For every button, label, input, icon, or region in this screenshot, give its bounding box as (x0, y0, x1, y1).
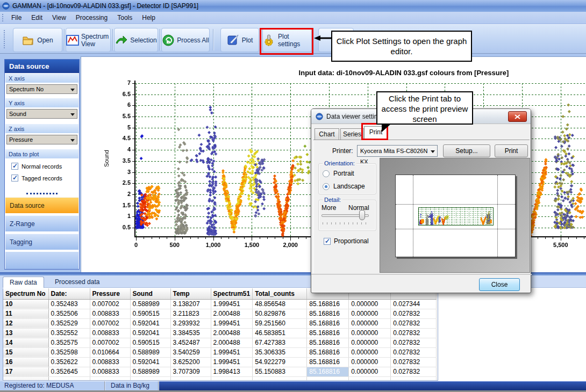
proportional-checkbox[interactable]: Proportional (324, 237, 369, 245)
table-cell[interactable]: 85.168816 (307, 299, 349, 309)
column-header-spectrum51[interactable]: Spectrum51 (211, 288, 253, 299)
table-cell[interactable]: 1.999451 (211, 347, 253, 357)
table-cell[interactable]: 0.000000 (349, 367, 391, 376)
table-cell[interactable]: 0.588989 (130, 347, 170, 357)
row-header-cell[interactable]: 17 (3, 367, 48, 376)
table-cell[interactable]: 0.027832 (391, 367, 437, 376)
printer-select[interactable]: Kyocera Mita FS-C8026N KX (357, 145, 438, 157)
table-cell[interactable]: 2.000488 (211, 328, 253, 338)
table-cell[interactable]: 1.999451 (211, 318, 253, 328)
table-cell[interactable]: 0.352529 (48, 318, 90, 328)
tab-raw-data[interactable]: Raw data (3, 277, 44, 288)
column-header-date-[interactable]: Date: (48, 288, 90, 299)
menu-view[interactable]: View (47, 12, 71, 23)
spectrum-view-button[interactable]: Spectrum View (66, 28, 111, 52)
table-cell[interactable] (170, 376, 211, 381)
table-cell[interactable]: 0.592041 (130, 357, 170, 367)
sidebar-item-z-range[interactable]: Z-Range (5, 215, 78, 231)
column-header-sound[interactable]: Sound (130, 288, 170, 299)
table-cell[interactable]: 0.588989 (130, 367, 170, 376)
table-cell[interactable]: 0.027344 (391, 299, 437, 309)
column-header-pressure[interactable]: Pressure (90, 288, 130, 299)
portrait-radio[interactable]: Portrait (323, 170, 354, 177)
table-cell[interactable]: 0.592041 (130, 328, 170, 338)
menu-help[interactable]: Help (137, 12, 160, 23)
splitter-handle[interactable] (26, 193, 58, 194)
table-cell[interactable]: 48.856548 (253, 299, 307, 309)
setup-button[interactable]: Setup... (443, 144, 490, 157)
menu-tools[interactable]: Tools (112, 12, 137, 23)
table-cell[interactable]: 35.306335 (253, 347, 307, 357)
detail-slider-thumb[interactable] (359, 210, 365, 220)
row-header-cell[interactable]: 10 (3, 299, 48, 309)
table-cell[interactable]: 0.027832 (391, 309, 437, 318)
selection-button[interactable]: Selection (114, 28, 158, 52)
column-header-temp[interactable]: Temp (170, 288, 211, 299)
row-header-cell[interactable]: 12 (3, 318, 48, 328)
table-cell[interactable]: 85.168816 (307, 338, 349, 347)
table-cell[interactable]: 0.000000 (349, 357, 391, 367)
table-cell[interactable]: 0.352506 (48, 309, 90, 318)
tab-series[interactable]: Series (340, 128, 364, 140)
table-cell[interactable]: 0.008833 (90, 367, 130, 376)
menu-file[interactable]: File (6, 12, 26, 23)
sidebar-item-tagging[interactable]: Tagging (5, 234, 78, 250)
row-header-cell[interactable]: 14 (3, 338, 48, 347)
table-cell[interactable]: 0.007002 (90, 338, 130, 347)
tab-chart[interactable]: Chart (315, 128, 339, 140)
table-cell[interactable]: 0.000000 (349, 299, 391, 309)
table-cell[interactable]: 0.010664 (90, 347, 130, 357)
table-cell[interactable]: 50.829876 (253, 309, 307, 318)
table-cell[interactable]: 0.352552 (48, 328, 90, 338)
row-header-cell[interactable]: 16 (3, 357, 48, 367)
table-cell[interactable]: 3.293932 (170, 318, 211, 328)
table-cell[interactable]: 0.590515 (130, 338, 170, 347)
table-cell[interactable]: 0.000000 (349, 347, 391, 357)
table-cell[interactable]: 85.168816 (307, 309, 349, 318)
table-cell[interactable]: 0.008833 (90, 328, 130, 338)
table-cell[interactable]: 3.211823 (170, 309, 211, 318)
table-cell[interactable] (253, 376, 307, 381)
table-cell[interactable]: 0.352483 (48, 299, 90, 309)
z-axis-select[interactable]: Pressure (6, 135, 77, 144)
menu-edit[interactable]: Edit (26, 12, 47, 23)
table-cell[interactable]: 0.352622 (48, 357, 90, 367)
table-cell[interactable]: 85.168816 (307, 357, 349, 367)
tagged-records-checkbox[interactable]: Tagged records (11, 175, 62, 182)
landscape-radio[interactable]: Landscape (323, 183, 365, 190)
menu-grip-handle[interactable] (2, 13, 4, 22)
table-cell[interactable]: 59.251560 (253, 318, 307, 328)
table-cell[interactable]: 67.427383 (253, 338, 307, 347)
toolbar-grip-handle[interactable] (3, 30, 6, 49)
table-cell[interactable] (349, 376, 391, 381)
table-cell[interactable]: 0.000000 (349, 309, 391, 318)
table-cell[interactable]: 3.452487 (170, 338, 211, 347)
tab-processed-data[interactable]: Processed data (48, 277, 106, 288)
open-button[interactable]: Open (13, 28, 62, 52)
table-cell[interactable]: 0.027832 (391, 328, 437, 338)
table-cell[interactable]: 85.168816 (307, 367, 349, 376)
table-cell[interactable]: 0.007002 (90, 318, 130, 328)
table-cell[interactable] (307, 376, 349, 381)
table-cell[interactable]: 0.590515 (130, 309, 170, 318)
table-cell[interactable]: 3.540259 (170, 347, 211, 357)
row-header-cell[interactable]: 13 (3, 328, 48, 338)
table-cell[interactable]: 85.168816 (307, 347, 349, 357)
table-cell[interactable]: 0.592041 (130, 318, 170, 328)
table-cell[interactable]: 2.000488 (211, 338, 253, 347)
column-header-spectrum-no[interactable]: Spectrum No (3, 288, 48, 299)
table-cell[interactable]: 0.352598 (48, 347, 90, 357)
table-cell[interactable]: 0.000000 (349, 328, 391, 338)
row-header-cell[interactable]: 15 (3, 347, 48, 357)
menu-processing[interactable]: Processing (71, 12, 112, 23)
table-cell[interactable]: 1.999451 (211, 299, 253, 309)
table-cell[interactable]: 3.707309 (170, 367, 211, 376)
table-cell[interactable]: 0.008833 (90, 357, 130, 367)
process-all-button[interactable]: Process All (161, 28, 210, 52)
table-cell[interactable]: 1.999451 (211, 357, 253, 367)
sidebar-item-data-source[interactable]: Data source (5, 197, 78, 213)
table-cell[interactable]: 85.168816 (307, 318, 349, 328)
table-cell[interactable]: 0.352645 (48, 367, 90, 376)
table-cell[interactable] (211, 376, 253, 381)
print-button[interactable]: Print (495, 144, 528, 157)
